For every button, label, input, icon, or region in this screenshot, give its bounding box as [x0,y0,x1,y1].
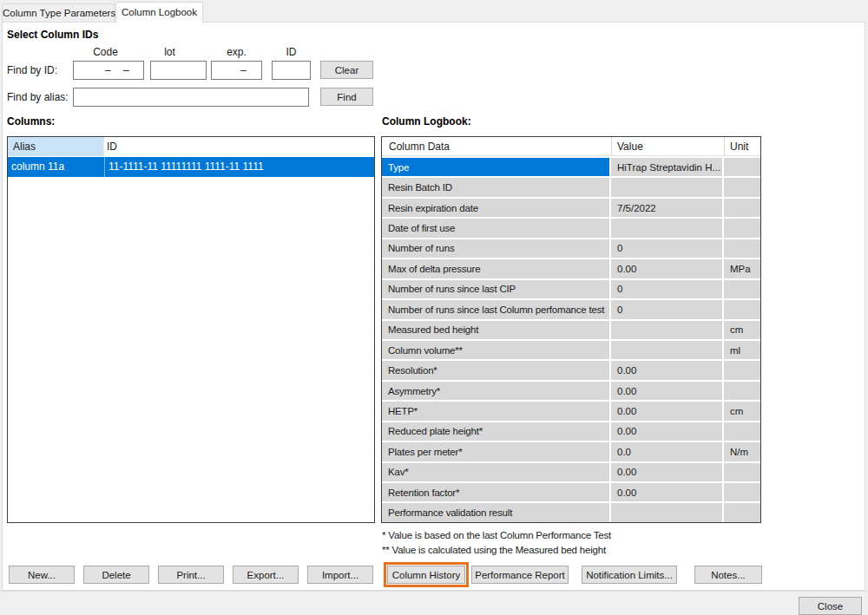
logbook-row[interactable]: Performance validation result [382,501,760,521]
column-history-button[interactable]: Column History [387,566,465,584]
logbook-cell-data[interactable]: Retention factor* [382,483,609,501]
find-button[interactable]: Find [320,88,373,106]
logbook-row[interactable]: Resin expiration date7/5/2022 [382,197,760,217]
logbook-cell-data[interactable]: Max of delta pressure [382,259,609,278]
logbook-cell-data[interactable]: Number of runs [382,239,609,258]
logbook-cell-data[interactable]: Plates per meter* [382,442,609,461]
logbook-row[interactable]: TypeHiTrap Streptavidin H... [382,156,760,176]
logbook-row[interactable]: Number of runs since last Column perfoma… [382,298,760,318]
delete-button[interactable]: Delete [83,566,149,584]
logbook-row[interactable]: Plates per meter*0.0N/m [382,441,760,461]
logbook-cell-data[interactable]: Kav* [382,463,609,481]
logbook-cell-data[interactable]: Resin Batch ID [382,178,609,196]
logbook-cell-data[interactable]: Type [382,158,609,176]
logbook-cell-value[interactable]: 7/5/2022 [611,199,722,217]
logbook-cell-value[interactable]: 0.00 [611,483,722,501]
logbook-cell-data[interactable]: Reduced plate height* [382,422,609,441]
logbook-cell-data[interactable]: Measured bed height [382,321,609,339]
logbook-cell-data[interactable]: Resin expiration date [382,199,609,217]
logbook-cell-unit[interactable] [724,463,760,481]
logbook-cell-value[interactable]: 0 [611,239,722,258]
logbook-row[interactable]: Reduced plate height*0.00 [382,421,760,441]
footnote-bed-height: ** Value is calculated using the Measure… [382,544,606,556]
logbook-cell-unit[interactable]: cm [724,321,760,339]
logbook-cell-data[interactable]: Performance validation result [382,503,609,521]
columns-list-row[interactable]: column 11a11-1111-11 11111111 1111-11 11… [8,157,374,177]
logbook-cell-value[interactable]: HiTrap Streptavidin H... [611,158,722,176]
logbook-cell-value[interactable]: 0.0 [611,442,722,461]
tab-column-type-parameters[interactable]: Column Type Parameters [2,3,115,22]
logbook-row[interactable]: Date of first use [382,217,760,237]
close-button[interactable]: Close [799,597,862,615]
id-column-header[interactable]: ID [107,137,117,156]
find-id-id-input[interactable] [272,61,311,80]
logbook-row[interactable]: Number of runs since last CIP0 [382,278,760,298]
logbook-cell-value[interactable]: 0.00 [611,382,722,400]
find-by-alias-input[interactable] [73,88,309,107]
unit-header: Unit [730,137,748,156]
notes-button[interactable]: Notes... [694,566,762,584]
columns-heading: Columns: [7,115,55,128]
logbook-row[interactable]: Resin Batch ID [382,176,760,196]
logbook-cell-unit[interactable] [724,199,760,217]
export-button[interactable]: Export... [233,566,299,584]
logbook-cell-value[interactable]: 0 [611,300,722,318]
clear-button[interactable]: Clear [320,61,373,79]
new-button[interactable]: New... [9,566,75,584]
logbook-cell-unit[interactable] [724,280,760,298]
logbook-cell-data[interactable]: Number of runs since last Column perfoma… [382,300,609,318]
logbook-cell-unit[interactable] [724,503,760,521]
logbook-cell-data[interactable]: Date of first use [382,219,609,237]
find-id-exp-input[interactable]: – [211,61,262,80]
tab-column-logbook[interactable]: Column Logbook [115,2,203,23]
logbook-cell-data[interactable]: Resolution* [382,361,609,379]
logbook-cell-unit[interactable]: cm [724,402,760,420]
find-id-lot-input[interactable] [150,61,207,80]
logbook-row[interactable]: Column volume**ml [382,339,760,359]
logbook-cell-unit[interactable] [724,219,760,237]
logbook-cell-value[interactable]: 0.00 [611,422,722,441]
logbook-cell-unit[interactable] [724,483,760,501]
logbook-row[interactable]: HETP*0.00cm [382,400,760,420]
import-button[interactable]: Import... [307,566,373,584]
logbook-cell-unit[interactable] [724,178,760,196]
logbook-cell-unit[interactable] [724,361,760,379]
logbook-cell-value[interactable]: 0.00 [611,402,722,420]
find-id-code-input[interactable]: – – [73,61,144,80]
logbook-cell-value[interactable] [611,178,722,196]
alias-column-header[interactable]: Alias [8,137,104,156]
logbook-row[interactable]: Kav*0.00 [382,461,760,481]
logbook-cell-value[interactable]: 0.00 [611,259,722,278]
column-data-header: Column Data [389,137,450,156]
logbook-cell-data[interactable]: Column volume** [382,341,609,359]
logbook-cell-value[interactable] [611,503,722,521]
logbook-cell-unit[interactable] [724,239,760,258]
logbook-cell-value[interactable]: 0.00 [611,463,722,481]
logbook-row[interactable]: Resolution*0.00 [382,359,760,379]
logbook-cell-unit[interactable]: ml [724,341,760,359]
logbook-cell-unit[interactable]: N/m [724,442,760,461]
logbook-row[interactable]: Max of delta pressure0.00MPa [382,258,760,278]
logbook-cell-unit[interactable] [724,300,760,318]
logbook-cell-unit[interactable] [724,382,760,400]
logbook-row[interactable]: Asymmetry*0.00 [382,380,760,400]
logbook-row[interactable]: Retention factor*0.00 [382,481,760,501]
logbook-cell-value[interactable]: 0 [611,280,722,298]
logbook-cell-value[interactable] [611,321,722,339]
logbook-cell-data[interactable]: Asymmetry* [382,382,609,400]
performance-report-button[interactable]: Performance Report [471,566,569,584]
notification-limits-button[interactable]: Notification Limits... [582,566,677,584]
logbook-row[interactable]: Number of runs0 [382,238,760,258]
logbook-cell-data[interactable]: Number of runs since last CIP [382,280,609,298]
logbook-cell-value[interactable] [611,219,722,237]
logbook-cell-unit[interactable]: MPa [724,259,760,278]
logbook-cell-value[interactable]: 0.00 [611,361,722,379]
logbook-cell-value[interactable] [611,341,722,359]
logbook-cell-unit[interactable] [724,158,760,176]
select-column-ids-heading: Select Column IDs [7,29,98,41]
columns-list-header: Alias ID [8,137,374,157]
logbook-cell-data[interactable]: HETP* [382,402,609,420]
logbook-cell-unit[interactable] [724,422,760,441]
logbook-row[interactable]: Measured bed heightcm [382,319,760,339]
print-button[interactable]: Print... [158,566,224,584]
